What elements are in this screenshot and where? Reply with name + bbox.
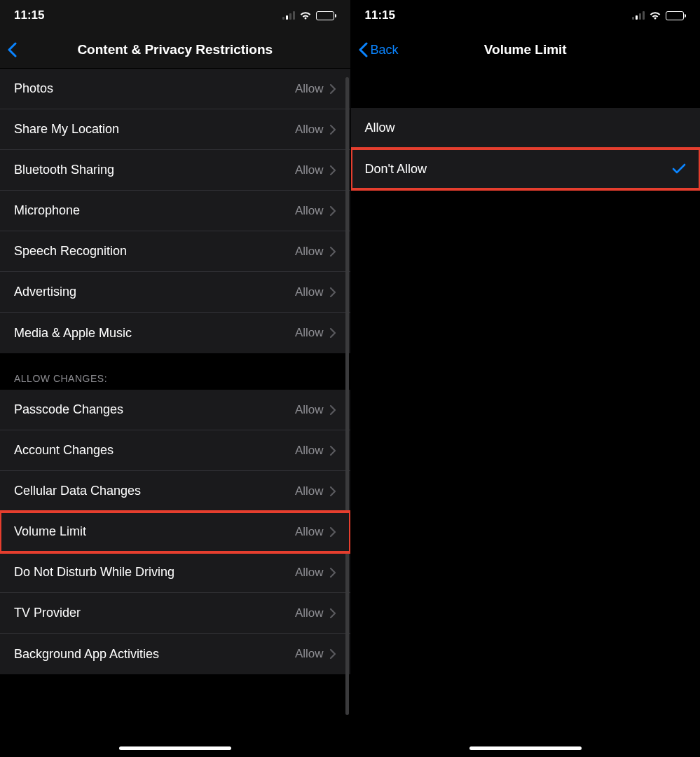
back-button[interactable] (0, 42, 20, 57)
chevron-right-icon (329, 648, 336, 660)
home-indicator[interactable] (469, 746, 582, 750)
nav-header: Back Volume Limit (351, 31, 701, 69)
row-label: Bluetooth Sharing (14, 163, 295, 177)
row-value: Allow (295, 606, 324, 620)
chevron-right-icon (329, 486, 336, 497)
checkmark-icon (672, 163, 686, 175)
row-value: Allow (295, 285, 324, 299)
chevron-right-icon (329, 526, 336, 538)
settings-content: PhotosAllowShare My LocationAllowBluetoo… (0, 69, 350, 757)
chevron-left-icon (7, 42, 17, 57)
wifi-icon (649, 11, 661, 20)
back-button[interactable]: Back (351, 42, 399, 57)
settings-row-speech-recognition[interactable]: Speech RecognitionAllow (0, 231, 350, 272)
status-time: 11:15 (365, 8, 633, 22)
screen-volume-limit: 11:15 Back Volume Limit AllowDon't Allow (350, 0, 701, 757)
row-value: Allow (295, 444, 324, 458)
options-group: AllowDon't Allow (351, 108, 701, 189)
row-label: Advertising (14, 285, 295, 299)
chevron-right-icon (329, 287, 336, 298)
row-value: Allow (295, 245, 324, 259)
chevron-right-icon (329, 445, 336, 456)
status-icons (282, 11, 336, 20)
row-label: Microphone (14, 203, 295, 218)
chevron-right-icon (329, 165, 336, 176)
settings-row-cellular-data-changes[interactable]: Cellular Data ChangesAllow (0, 471, 350, 512)
chevron-right-icon (329, 404, 336, 416)
battery-icon (666, 11, 686, 20)
settings-row-account-changes[interactable]: Account ChangesAllow (0, 430, 350, 471)
row-value: Allow (295, 82, 324, 96)
row-label: Volume Limit (14, 524, 295, 539)
status-bar: 11:15 (0, 0, 350, 31)
settings-row-passcode-changes[interactable]: Passcode ChangesAllow (0, 390, 350, 430)
chevron-right-icon (329, 205, 336, 217)
settings-row-advertising[interactable]: AdvertisingAllow (0, 272, 350, 313)
status-icons (632, 11, 686, 20)
chevron-right-icon (329, 608, 336, 619)
page-title: Content & Privacy Restrictions (0, 42, 350, 57)
row-value: Allow (295, 204, 324, 218)
option-label: Don't Allow (365, 162, 673, 177)
row-label: Share My Location (14, 122, 295, 137)
battery-icon (316, 11, 336, 20)
option-label: Allow (365, 121, 687, 135)
chevron-right-icon (329, 124, 336, 135)
section-header-allow-changes: Allow Changes: (0, 353, 350, 390)
settings-content: AllowDon't Allow (351, 69, 701, 757)
row-value: Allow (295, 484, 324, 498)
chevron-right-icon (329, 327, 336, 339)
settings-group-privacy: PhotosAllowShare My LocationAllowBluetoo… (0, 69, 350, 353)
row-label: Passcode Changes (14, 402, 295, 417)
settings-row-media-apple-music[interactable]: Media & Apple MusicAllow (0, 313, 350, 353)
option-allow[interactable]: Allow (351, 108, 701, 149)
row-label: Background App Activities (14, 647, 295, 662)
settings-row-bluetooth-sharing[interactable]: Bluetooth SharingAllow (0, 150, 350, 191)
row-label: Cellular Data Changes (14, 484, 295, 498)
cellular-icon (632, 11, 645, 20)
settings-row-microphone[interactable]: MicrophoneAllow (0, 191, 350, 231)
chevron-left-icon (358, 42, 368, 57)
wifi-icon (299, 11, 312, 20)
back-label: Back (371, 43, 399, 57)
row-label: Photos (14, 81, 295, 96)
chevron-right-icon (329, 246, 336, 257)
settings-row-do-not-disturb-while-driving[interactable]: Do Not Disturb While DrivingAllow (0, 552, 350, 593)
settings-row-share-my-location[interactable]: Share My LocationAllow (0, 109, 350, 150)
home-indicator[interactable] (119, 746, 231, 750)
row-value: Allow (295, 326, 324, 340)
status-bar: 11:15 (351, 0, 701, 31)
row-value: Allow (295, 403, 324, 417)
row-label: Account Changes (14, 443, 295, 458)
scroll-indicator[interactable] (345, 77, 349, 715)
settings-row-background-app-activities[interactable]: Background App ActivitiesAllow (0, 634, 350, 674)
status-time: 11:15 (14, 8, 282, 22)
option-don-t-allow[interactable]: Don't Allow (351, 149, 701, 189)
screen-restrictions: 11:15 Content & Privacy Restrictions Pho… (0, 0, 350, 757)
cellular-icon (282, 11, 295, 20)
row-label: Do Not Disturb While Driving (14, 565, 295, 580)
row-value: Allow (295, 123, 324, 137)
nav-header: Content & Privacy Restrictions (0, 31, 350, 69)
settings-group-allow-changes: Passcode ChangesAllowAccount ChangesAllo… (0, 390, 350, 674)
chevron-right-icon (329, 83, 336, 95)
row-value: Allow (295, 647, 324, 661)
row-label: TV Provider (14, 606, 295, 620)
row-label: Media & Apple Music (14, 326, 295, 341)
settings-row-volume-limit[interactable]: Volume LimitAllow (0, 512, 350, 552)
row-value: Allow (295, 566, 324, 580)
settings-row-tv-provider[interactable]: TV ProviderAllow (0, 593, 350, 634)
row-label: Speech Recognition (14, 244, 295, 259)
chevron-right-icon (329, 567, 336, 578)
page-title: Volume Limit (351, 42, 701, 57)
row-value: Allow (295, 163, 324, 177)
row-value: Allow (295, 525, 324, 539)
settings-row-photos[interactable]: PhotosAllow (0, 69, 350, 109)
